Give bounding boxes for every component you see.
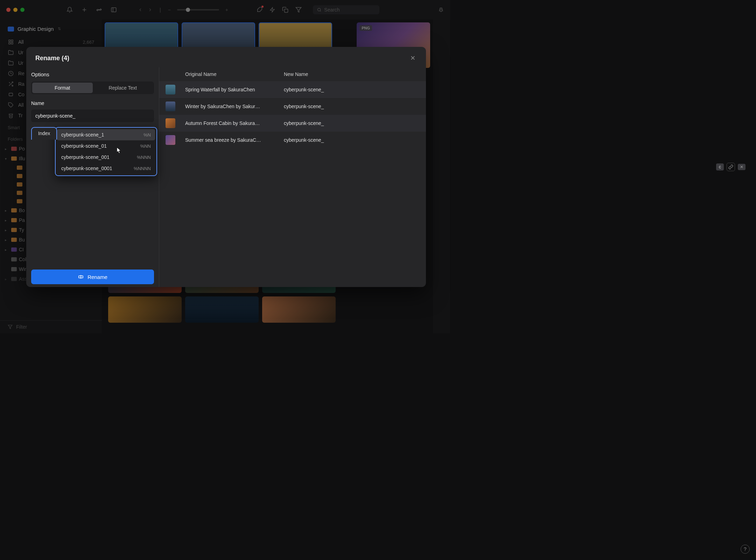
nav-forward-icon[interactable] — [148, 7, 153, 12]
folder-label: Po — [19, 146, 25, 152]
col-original-label: Original Name — [185, 71, 284, 77]
folder-label: Bu — [19, 237, 25, 243]
svg-point-7 — [318, 8, 321, 11]
folder-icon — [11, 277, 17, 281]
filter-icon — [8, 324, 13, 329]
name-input[interactable] — [31, 110, 154, 122]
disclosure-icon[interactable]: ▾ — [5, 157, 9, 161]
disclosure-icon[interactable]: ▸ — [5, 277, 9, 281]
folder-icon — [17, 174, 22, 178]
trash-icon — [8, 113, 14, 118]
preview-row: Autumn Forest Cabin by Sakura… cyberpunk… — [159, 115, 426, 132]
dropdown-item-label: cyberpunk-scene_001 — [61, 154, 110, 160]
sidebar-toggle-icon[interactable] — [111, 7, 117, 13]
disclosure-icon[interactable]: ▸ — [5, 248, 9, 252]
duplicate-icon[interactable] — [282, 7, 288, 13]
preview-row: Summer sea breeze by SakuraC… cyberpunk-… — [159, 132, 426, 148]
close-window-button[interactable] — [6, 8, 10, 12]
folder-icon — [17, 199, 22, 203]
thumbnail[interactable] — [262, 296, 336, 323]
folder-icon — [11, 218, 17, 222]
svg-rect-12 — [11, 42, 13, 44]
search-box[interactable] — [313, 5, 379, 14]
dropdown-item[interactable]: cyberpunk-scene_0001 %NNNN — [57, 163, 155, 174]
disclosure-icon[interactable]: ▸ — [5, 209, 9, 212]
inspector-panel — [433, 20, 450, 333]
dropdown-item[interactable]: cyberpunk-scene_1 %N — [57, 129, 155, 140]
folder-label: Pa — [19, 217, 25, 223]
folder-label: Illu — [19, 156, 25, 161]
svg-marker-6 — [296, 7, 301, 12]
dropdown-item[interactable]: cyberpunk-scene_01 %NN — [57, 140, 155, 152]
dropdown-item-token: %N — [144, 132, 151, 138]
rename-modal: Rename (4) ✕ Options Format Replace Text… — [26, 47, 426, 287]
format-badge: PNG — [359, 25, 372, 31]
mode-segmented-control: Format Replace Text — [31, 82, 154, 94]
pin-icon[interactable] — [438, 7, 444, 13]
disclosure-icon[interactable]: ▸ — [5, 147, 9, 151]
zoom-in-icon[interactable]: + — [225, 7, 228, 13]
svg-rect-18 — [9, 93, 13, 96]
disclosure-icon[interactable]: ▸ — [5, 238, 9, 242]
preview-row: Winter by SakuraChen by Sakur… cyberpunk… — [159, 98, 426, 115]
search-input[interactable] — [324, 7, 375, 13]
sidebar-item-label: All — [18, 39, 24, 45]
library-name: Graphic Design — [18, 26, 54, 32]
zoom-slider[interactable] — [177, 9, 219, 10]
folder-icon — [11, 208, 17, 212]
folder-icon — [17, 191, 22, 195]
row-thumb — [166, 102, 175, 111]
tab-replace-text[interactable]: Replace Text — [93, 83, 153, 93]
row-new-name: cyberpunk-scene_ — [284, 104, 420, 109]
index-token-tab[interactable]: Index — [31, 127, 57, 140]
dropdown-item[interactable]: cyberpunk-scene_001 %NNN — [57, 152, 155, 163]
thumbnail[interactable] — [185, 296, 259, 323]
layers-icon — [8, 92, 14, 97]
sidebar-item-all[interactable]: All 2,667 — [0, 37, 102, 47]
add-icon[interactable] — [81, 7, 88, 13]
name-field-label: Name — [31, 100, 154, 106]
col-new-label: New Name — [284, 71, 420, 77]
disclosure-icon[interactable]: ▸ — [5, 228, 9, 232]
folder-icon — [11, 247, 17, 252]
grid-icon — [8, 39, 14, 45]
svg-rect-5 — [285, 9, 288, 13]
sidebar-item-label: Ra — [18, 81, 24, 87]
dropdown-item-label: cyberpunk-scene_01 — [61, 143, 107, 149]
flash-icon[interactable] — [270, 7, 275, 13]
row-original-name: Autumn Forest Cabin by Sakura… — [185, 120, 284, 126]
thumbnail[interactable] — [108, 296, 182, 323]
preview-table-header: Original Name New Name — [159, 67, 426, 81]
nav-back-icon[interactable] — [138, 7, 143, 12]
titlebar-left-icons — [66, 7, 117, 13]
shuffle-icon — [8, 81, 14, 87]
modal-preview-panel: Original Name New Name Spring Waterfall … — [159, 67, 426, 287]
minimize-window-button[interactable] — [13, 8, 18, 12]
tab-format[interactable]: Format — [32, 83, 93, 93]
folder-icon — [11, 147, 17, 151]
folder-icon — [11, 156, 17, 161]
folder-icon — [17, 182, 22, 187]
sidebar-item-label: All — [18, 102, 24, 108]
row-original-name: Summer sea breeze by SakuraC… — [185, 137, 284, 143]
sidebar-item-label: Tr — [18, 113, 23, 118]
row-new-name: cyberpunk-scene_ — [284, 120, 420, 126]
extension-icon[interactable] — [256, 7, 262, 13]
maximize-window-button[interactable] — [20, 8, 24, 12]
library-selector[interactable]: Graphic Design ⇅ — [0, 23, 102, 37]
dropdown-item-token: %NNNN — [134, 166, 151, 171]
rename-button[interactable]: Rename — [31, 270, 154, 284]
folder-icon — [11, 257, 17, 261]
notifications-icon[interactable] — [66, 7, 73, 13]
dropdown-item-label: cyberpunk-scene_1 — [61, 132, 104, 138]
transfer-icon[interactable] — [96, 7, 102, 13]
sidebar-filter[interactable]: Filter — [0, 320, 102, 333]
close-icon[interactable]: ✕ — [408, 54, 417, 62]
folder-icon — [17, 166, 22, 170]
filter-icon[interactable] — [295, 7, 302, 13]
zoom-out-icon[interactable]: − — [168, 7, 171, 13]
svg-rect-11 — [11, 40, 13, 42]
dropdown-item-token: %NN — [140, 144, 151, 149]
disclosure-icon[interactable]: ▸ — [5, 218, 9, 222]
index-dropdown: cyberpunk-scene_1 %N cyberpunk-scene_01 … — [55, 127, 157, 176]
